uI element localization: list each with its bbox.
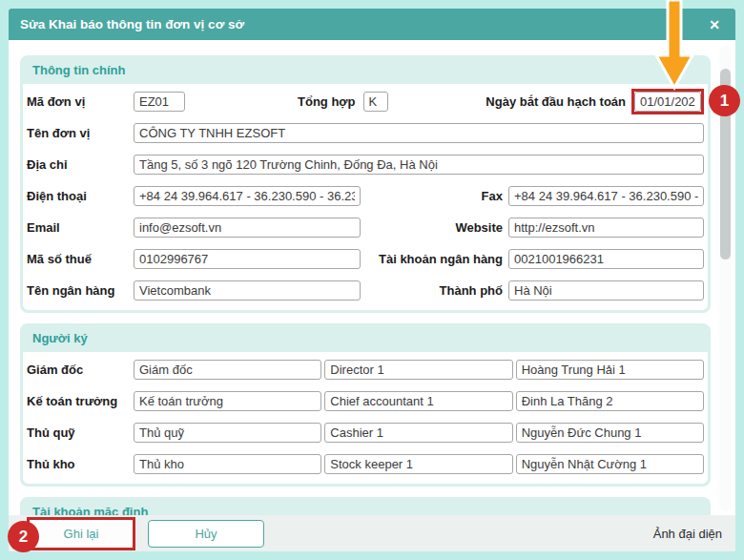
row-bankname-city: Tên ngân hàng Thành phố: [27, 275, 704, 306]
step-2-badge: 2: [8, 521, 39, 552]
director-title-vi-input[interactable]: [134, 360, 321, 380]
bank-account-input[interactable]: [508, 249, 704, 269]
dialog-titlebar: Sửa Khai báo thông tin đơn vị cơ sở ✕: [9, 9, 735, 40]
unit-name-input[interactable]: [134, 123, 704, 143]
chief-accountant-name-input[interactable]: [516, 391, 704, 411]
row-phone-fax: Điện thoại Fax: [27, 180, 704, 212]
address-label: Địa chỉ: [27, 157, 134, 172]
director-name-input[interactable]: [516, 360, 704, 380]
section-signers-content: Giám đốc Kế toán trưởng Thủ quỹ: [23, 352, 708, 484]
fax-input[interactable]: [508, 186, 704, 206]
city-label: Thành phố: [440, 283, 503, 298]
dialog-body: Thông tin chính Mã đơn vị Tổng hợp Ngày …: [9, 40, 735, 529]
row-unit-code: Mã đơn vị Tổng hợp Ngày bắt đầu hạch toá…: [27, 86, 704, 117]
stock-keeper-title-en-input[interactable]: [324, 454, 512, 474]
cashier-title-en-input[interactable]: [324, 423, 512, 443]
cancel-button[interactable]: Hủy: [148, 520, 264, 548]
website-label: Website: [455, 220, 503, 235]
unit-code-label: Mã đơn vị: [27, 94, 134, 109]
dialog-title: Sửa Khai báo thông tin đơn vị cơ sở: [20, 17, 705, 31]
bank-name-input[interactable]: [134, 280, 361, 301]
tax-code-input[interactable]: [134, 249, 361, 269]
cashier-title-vi-input[interactable]: [134, 423, 321, 443]
phone-input[interactable]: [134, 186, 361, 206]
section-signers: Người ký Giám đốc Kế toán trưởng Thủ quỹ: [20, 323, 711, 487]
section-main-info-title: Thông tin chính: [23, 55, 708, 84]
edit-unit-dialog: Sửa Khai báo thông tin đơn vị cơ sở ✕ Th…: [9, 9, 735, 551]
phone-label: Điện thoại: [27, 189, 134, 203]
email-label: Email: [27, 220, 134, 235]
website-input[interactable]: [508, 218, 704, 238]
section-main-info-content: Mã đơn vị Tổng hợp Ngày bắt đầu hạch toá…: [23, 84, 708, 310]
row-chief-accountant: Kế toán trưởng: [27, 385, 704, 417]
start-date-highlight-box: [631, 89, 704, 114]
row-address: Địa chỉ: [27, 149, 704, 180]
stock-keeper-label: Thủ kho: [27, 457, 134, 471]
chief-accountant-label: Kế toán trưởng: [27, 394, 134, 408]
summary-input[interactable]: [363, 92, 388, 112]
unit-name-label: Tên đơn vị: [27, 126, 134, 140]
bank-account-label: Tài khoản ngân hàng: [379, 252, 503, 266]
section-main-info: Thông tin chính Mã đơn vị Tổng hợp Ngày …: [20, 55, 711, 313]
director-title-en-input[interactable]: [324, 360, 512, 380]
start-date-input[interactable]: [634, 92, 701, 112]
cashier-name-input[interactable]: [516, 423, 704, 443]
fax-label: Fax: [482, 189, 503, 203]
address-input[interactable]: [134, 155, 704, 175]
step-1-badge: 1: [709, 85, 740, 116]
row-cashier: Thủ quỹ: [27, 417, 704, 448]
start-date-label: Ngày bắt đầu hạch toán: [486, 94, 626, 109]
row-email-website: Email Website: [27, 212, 704, 243]
director-label: Giám đốc: [27, 363, 134, 377]
tax-code-label: Mã số thuế: [27, 252, 134, 266]
stock-keeper-title-vi-input[interactable]: [134, 454, 321, 474]
chief-accountant-title-vi-input[interactable]: [134, 391, 321, 411]
unit-code-input[interactable]: [134, 92, 185, 112]
email-input[interactable]: [134, 218, 361, 238]
section-signers-title: Người ký: [23, 323, 708, 352]
summary-label: Tổng hợp: [298, 94, 356, 109]
dialog-footer: Ghi lại Hủy Ảnh đại diện: [9, 515, 735, 551]
row-unit-name: Tên đơn vị: [27, 117, 704, 149]
save-button-highlight-box: Ghi lại: [27, 517, 135, 550]
city-input[interactable]: [508, 280, 704, 301]
row-stock-keeper: Thủ kho: [27, 448, 704, 480]
row-director: Giám đốc: [27, 354, 704, 385]
chief-accountant-title-en-input[interactable]: [324, 391, 512, 411]
save-button[interactable]: Ghi lại: [30, 520, 133, 548]
bank-name-label: Tên ngân hàng: [27, 283, 134, 298]
stock-keeper-name-input[interactable]: [516, 454, 704, 474]
close-icon[interactable]: ✕: [705, 16, 724, 33]
cashier-label: Thủ quỹ: [27, 425, 134, 440]
row-taxcode-bankaccount: Mã số thuế Tài khoản ngân hàng: [27, 243, 704, 275]
avatar-label: Ảnh đại diện: [653, 527, 722, 541]
